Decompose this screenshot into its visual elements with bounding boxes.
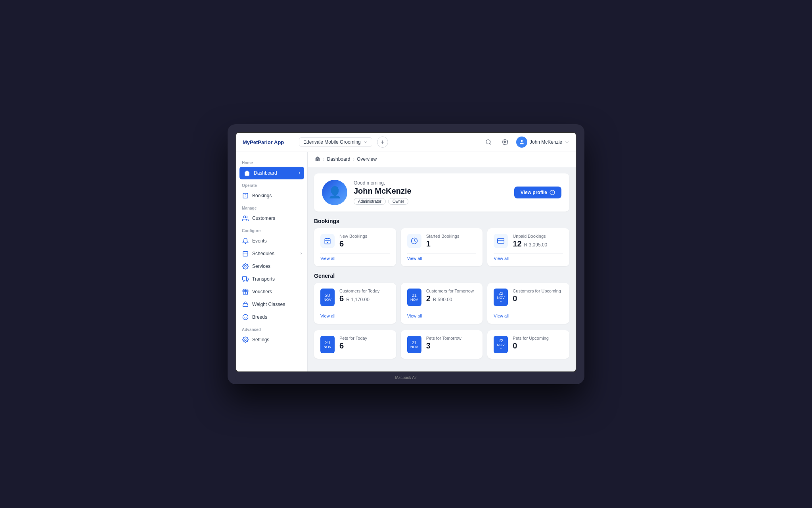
sidebar-item-settings[interactable]: Settings: [236, 333, 307, 346]
store-selector[interactable]: Edenvale Mobile Grooming: [299, 137, 372, 147]
sidebar-item-customers[interactable]: Customers: [236, 212, 307, 225]
view-profile-button[interactable]: View profile: [514, 187, 561, 198]
search-button[interactable]: [483, 137, 494, 148]
started-bookings-icon: [407, 234, 421, 248]
unpaid-bookings-amount: R 3,095.00: [524, 242, 548, 248]
search-icon: [485, 139, 492, 145]
sidebar-item-label: Vouchers: [252, 289, 272, 294]
sidebar-item-label: Events: [252, 238, 267, 244]
profile-avatar: [322, 180, 347, 205]
profile-info: Good morning, John McKenzie Administrato…: [354, 180, 508, 205]
general-section-header: General: [314, 273, 569, 279]
customers-icon: [242, 215, 249, 222]
home-icon: [243, 169, 251, 177]
topbar: MyPetParlor App Edenvale Mobile Grooming: [236, 133, 576, 152]
unpaid-bookings-view-all[interactable]: View all: [494, 253, 563, 261]
customers-tomorrow-view-all[interactable]: View all: [407, 311, 477, 318]
breadcrumb-dashboard[interactable]: Dashboard: [327, 156, 350, 162]
services-icon: [242, 263, 249, 270]
svg-rect-8: [243, 251, 248, 256]
greeting-text: Good morning,: [354, 180, 508, 186]
sidebar-section-configure: Configure: [236, 225, 307, 235]
bookings-icon: [242, 192, 249, 199]
gear-icon: [502, 139, 508, 145]
user-name: John McKenzie: [530, 139, 562, 145]
sidebar-item-vouchers[interactable]: Vouchers: [236, 285, 307, 298]
credit-card-icon: [497, 237, 504, 244]
started-bookings-card: Started Bookings 1 View all: [401, 228, 483, 266]
sidebar-item-label: Bookings: [252, 193, 272, 198]
settings-button[interactable]: [500, 137, 511, 148]
sidebar-item-bookings[interactable]: Bookings: [236, 189, 307, 202]
customers-upcoming-label: Customers for Upcoming: [513, 289, 563, 293]
calendar-plus-icon: [324, 237, 331, 244]
sidebar-item-label: Customers: [252, 216, 275, 221]
transports-icon: [242, 275, 249, 283]
sidebar-item-events[interactable]: Events: [236, 235, 307, 247]
svg-point-14: [243, 280, 244, 281]
sidebar-item-transports[interactable]: Transports: [236, 273, 307, 285]
unpaid-bookings-icon: [494, 234, 508, 248]
customers-upcoming-card: 22 Nov + Customers for Upcoming 0: [487, 283, 569, 324]
pets-tomorrow-date: 21 Nov: [407, 336, 421, 353]
new-bookings-value: 6: [339, 239, 390, 248]
breadcrumb-home[interactable]: [315, 156, 320, 163]
svg-point-12: [245, 266, 246, 267]
started-bookings-view-all[interactable]: View all: [407, 253, 477, 261]
customers-today-view-all[interactable]: View all: [320, 311, 390, 318]
breadcrumb-sep2: ›: [352, 156, 354, 162]
pets-today-label: Pets for Today: [339, 336, 390, 341]
chevron-down-icon: [363, 140, 368, 144]
new-bookings-card: New Bookings 6 View all: [314, 228, 396, 266]
svg-point-15: [247, 280, 248, 281]
plus-icon: [380, 139, 385, 145]
customers-today-amount: R 1,170.00: [346, 297, 370, 302]
profile-name: John McKenzie: [354, 187, 508, 196]
new-bookings-label: New Bookings: [339, 234, 390, 239]
user-menu[interactable]: John McKenzie: [516, 137, 569, 148]
customers-tomorrow-label: Customers for Tomorrow: [426, 289, 477, 293]
svg-point-7: [243, 216, 245, 218]
pets-tomorrow-value: 3: [426, 341, 477, 350]
customers-tomorrow-amount: R 590.00: [433, 297, 452, 302]
customers-today-label: Customers for Today: [339, 289, 390, 293]
sidebar-item-label: Dashboard: [254, 170, 277, 176]
user-avatar: [516, 137, 527, 148]
pets-today-value: 6: [339, 341, 390, 350]
dashboard-body: Good morning, John McKenzie Administrato…: [308, 167, 576, 371]
topbar-actions: John McKenzie: [483, 137, 569, 148]
customers-upcoming-view-all[interactable]: View all: [494, 311, 563, 318]
started-bookings-label: Started Bookings: [426, 234, 477, 239]
sidebar-item-weight-classes[interactable]: Weight Classes: [236, 298, 307, 311]
svg-point-17: [243, 314, 248, 319]
pets-upcoming-date: 22 Nov +: [494, 336, 508, 353]
breadcrumb-sep: ›: [323, 156, 325, 162]
sidebar-item-services[interactable]: Services: [236, 260, 307, 273]
date-badge-upcoming: 22 Nov +: [494, 289, 508, 306]
date-badge-tomorrow: 21 Nov: [407, 289, 421, 306]
bookings-cards: New Bookings 6 View all: [314, 228, 569, 266]
profile-card: Good morning, John McKenzie Administrato…: [314, 173, 569, 212]
svg-rect-31: [498, 239, 504, 243]
clock-icon: [411, 237, 418, 244]
sidebar-item-dashboard[interactable]: Dashboard ›: [239, 167, 304, 179]
pets-upcoming-value: 0: [513, 341, 563, 350]
add-button[interactable]: [377, 137, 388, 148]
sidebar-section-home: Home: [236, 157, 307, 167]
app-logo: MyPetParlor App: [243, 139, 294, 145]
sidebar-item-breeds[interactable]: Breeds: [236, 311, 307, 323]
sidebar-item-schedules[interactable]: Schedules ›: [236, 247, 307, 260]
svg-rect-13: [243, 277, 247, 280]
new-bookings-view-all[interactable]: View all: [320, 253, 390, 261]
pets-today-date: 20 Nov: [320, 336, 335, 353]
store-name: Edenvale Mobile Grooming: [303, 139, 361, 145]
chevron-right-icon: ›: [299, 171, 300, 175]
customer-cards: 20 Nov Customers for Today 6 R 1,170.00: [314, 283, 569, 324]
svg-point-5: [521, 140, 523, 142]
vouchers-icon: [242, 288, 249, 295]
svg-point-4: [504, 141, 506, 143]
chevron-down-icon: [565, 140, 569, 144]
user-icon: [519, 139, 525, 145]
unpaid-bookings-value: 12: [513, 239, 521, 248]
pets-today-card: 20 Nov Pets for Today 6: [314, 330, 396, 359]
